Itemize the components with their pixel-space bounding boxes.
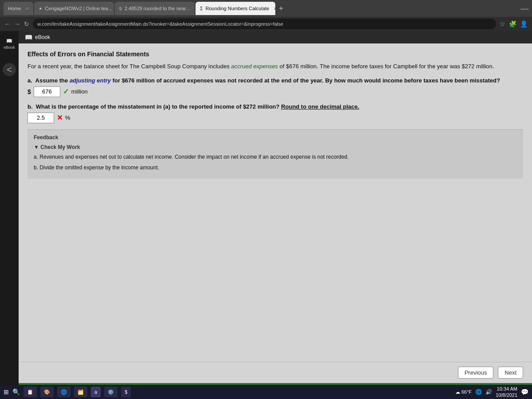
main-layout: 📖 eBook < 📖 eBook Effects of Errors on F… bbox=[0, 31, 532, 399]
taskbar: ⊞ 🔍 📋 🎨 🌐 🗂️ a ⚙️ $ ☁ 66°F 🌐 🔊 10:34 AM … bbox=[0, 385, 532, 399]
time-display: 10:34 AM 10/8/2021 bbox=[496, 386, 517, 399]
question-title: Effects of Errors on Financial Statement… bbox=[27, 51, 523, 58]
part-a-block: a. Assume the adjusting entry for $676 m… bbox=[27, 77, 523, 97]
forward-button[interactable]: → bbox=[14, 20, 20, 27]
taskbar-right: ☁ 66°F 🌐 🔊 10:34 AM 10/8/2021 💬 bbox=[455, 386, 528, 399]
previous-button[interactable]: Previous bbox=[458, 367, 494, 379]
tab-rounding-calc-icon: Σ bbox=[200, 6, 203, 11]
nav-row: Previous Next bbox=[19, 362, 532, 383]
tab-rounding-calc-close[interactable]: ✕ bbox=[274, 6, 275, 11]
part-a-dollar-sign: $ bbox=[27, 88, 31, 95]
part-a-input-row: $ ✓ million bbox=[27, 86, 523, 97]
tab-cengage-label: CengageNOWv2 | Online tea... bbox=[45, 6, 112, 11]
part-b-label: b. What is the percentage of the misstat… bbox=[27, 103, 523, 110]
browser-chrome: Home ✕ ✦ CengageNOWv2 | Online tea... ✕ … bbox=[0, 0, 532, 17]
taskbar-app-5[interactable]: a bbox=[91, 387, 101, 397]
time: 10:34 AM bbox=[496, 386, 517, 392]
part-b-block: b. What is the percentage of the misstat… bbox=[27, 103, 523, 123]
taskbar-left: ⊞ 🔍 📋 🎨 🌐 🗂️ a ⚙️ $ bbox=[4, 387, 131, 397]
bookmark-star[interactable]: ☆ bbox=[500, 20, 505, 27]
ebook-label: eBook bbox=[4, 45, 15, 50]
start-button[interactable]: ⊞ bbox=[4, 388, 9, 395]
back-button[interactable]: ← bbox=[4, 20, 11, 27]
tab-home-close[interactable]: ✕ bbox=[25, 6, 29, 11]
content-panel: Effects of Errors on Financial Statement… bbox=[19, 43, 532, 362]
part-b-unit: % bbox=[65, 114, 70, 121]
tab-rounding[interactable]: b 2.48529 rounded to the near... ✕ bbox=[115, 2, 195, 15]
part-b-input-row: ✕ % bbox=[27, 113, 523, 123]
taskbar-app-4[interactable]: 🗂️ bbox=[74, 387, 87, 397]
ebook-header-label: eBook bbox=[35, 34, 50, 40]
weather-display: ☁ 66°F bbox=[455, 389, 472, 395]
tab-home-label: Home bbox=[8, 6, 21, 11]
date: 10/8/2021 bbox=[496, 392, 517, 398]
reload-button[interactable]: ↻ bbox=[24, 20, 29, 27]
tab-rounding-calc[interactable]: Σ Rounding Numbers Calculate ✕ bbox=[196, 2, 275, 15]
feedback-item-a: a. Revenues and expenses net out to calc… bbox=[34, 153, 517, 161]
tab-cengage-icon: ✦ bbox=[39, 6, 42, 11]
part-b-bold: Round to one decimal place. bbox=[281, 103, 359, 110]
network-icon: 🌐 bbox=[475, 389, 482, 395]
feedback-section: Feedback ▼ Check My Work a. Revenues and… bbox=[27, 129, 523, 179]
address-bar: ← → ↻ ☆ 🧩 👤 bbox=[0, 17, 532, 31]
check-my-work-header: ▼ Check My Work bbox=[34, 144, 517, 150]
tab-rounding-close[interactable]: ✕ bbox=[194, 6, 195, 11]
part-a-label: a. Assume the adjusting entry for $676 m… bbox=[27, 77, 523, 84]
tab-rounding-label: 2.48529 rounded to the near... bbox=[125, 6, 190, 11]
taskbar-app-1[interactable]: 📋 bbox=[23, 387, 37, 397]
tab-rounding-calc-label: Rounding Numbers Calculate bbox=[206, 6, 270, 11]
feedback-item-b: b. Divide the omitted expense by the inc… bbox=[34, 164, 517, 172]
sound-icon: 🔊 bbox=[485, 389, 492, 395]
next-button[interactable]: Next bbox=[498, 367, 523, 379]
part-a-check-mark: ✓ bbox=[63, 87, 69, 96]
ebook-header: 📖 eBook bbox=[19, 31, 532, 43]
question-body: For a recent year, the balance sheet for… bbox=[27, 62, 523, 71]
ebook-icon: 📖 bbox=[6, 38, 12, 44]
feedback-title: Feedback bbox=[34, 134, 517, 141]
taskbar-app-3[interactable]: 🌐 bbox=[57, 387, 70, 397]
tab-rounding-icon: b bbox=[119, 6, 122, 11]
tab-cengage[interactable]: ✦ CengageNOWv2 | Online tea... ✕ bbox=[34, 2, 114, 15]
search-taskbar-button[interactable]: 🔍 bbox=[12, 388, 20, 395]
taskbar-app-6[interactable]: ⚙️ bbox=[104, 387, 117, 397]
tab-home[interactable]: Home ✕ bbox=[4, 2, 33, 15]
extensions-icon[interactable]: 🧩 bbox=[509, 20, 516, 27]
sidebar-back-arrow[interactable]: < bbox=[3, 63, 16, 76]
part-b-answer-input[interactable] bbox=[27, 113, 54, 123]
notification-icon[interactable]: 💬 bbox=[521, 388, 528, 395]
part-b-wrong-mark: ✕ bbox=[57, 113, 63, 122]
address-input[interactable] bbox=[33, 19, 496, 29]
sidebar: 📖 eBook < bbox=[0, 31, 19, 399]
part-a-answer-input[interactable] bbox=[34, 86, 60, 97]
ebook-book-icon: 📖 bbox=[25, 34, 32, 41]
part-a-unit: million bbox=[71, 88, 88, 95]
adjusting-entry-highlight: adjusting entry bbox=[70, 77, 111, 84]
tab-bar: Home ✕ ✦ CengageNOWv2 | Online tea... ✕ … bbox=[4, 0, 515, 17]
taskbar-app-2[interactable]: 🎨 bbox=[40, 387, 54, 397]
profile-icon[interactable]: 👤 bbox=[520, 20, 528, 27]
taskbar-app-7[interactable]: $ bbox=[121, 387, 131, 397]
highlight-accrued: accrued expenses bbox=[231, 63, 278, 70]
new-tab-button[interactable]: + bbox=[276, 4, 286, 12]
minimize-button[interactable]: — bbox=[520, 4, 528, 13]
content-area: 📖 eBook Effects of Errors on Financial S… bbox=[19, 31, 532, 399]
